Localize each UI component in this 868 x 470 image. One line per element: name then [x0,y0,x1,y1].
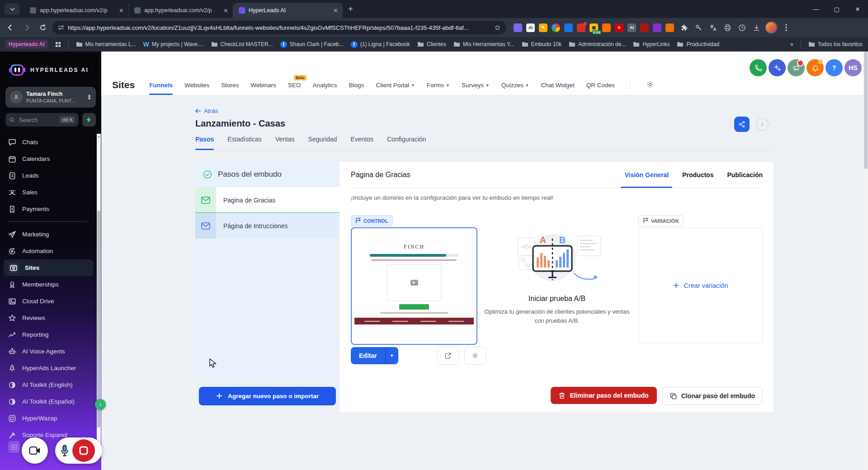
password-key-icon[interactable] [693,22,704,33]
tab-pasos[interactable]: Pasos [195,136,214,150]
tab-search-button[interactable] [5,3,20,15]
bookmark-item[interactable]: Mis Herramientas Y... [453,41,514,47]
step-settings-button[interactable] [464,347,486,365]
sidebar-item-payments[interactable]: Payments [0,201,96,217]
announcements-button[interactable] [788,59,805,76]
extension-icon[interactable]: ✎ [539,24,547,32]
tab-blogs[interactable]: Blogs [349,82,364,90]
bookmark-apps-grid-icon[interactable] [55,42,61,47]
tab-vision-general[interactable]: Visión General [624,162,669,188]
sidebar-item-sales[interactable]: Sales [0,184,96,201]
tab-forms[interactable]: Forms▼ [427,82,450,90]
info-button[interactable]: i [756,118,769,131]
tab-estadisticas[interactable]: Estadísticas [227,136,261,150]
microphone-icon[interactable] [61,445,69,456]
bookmark-star-icon[interactable] [494,24,501,31]
tab-configuracion[interactable]: Configuración [387,136,426,150]
history-icon[interactable] [736,22,748,33]
extension-icon[interactable] [665,24,674,32]
extension-icon[interactable]: AI [627,24,636,32]
sidebar-item-reporting[interactable]: Reporting [0,326,96,343]
bookmark-item[interactable]: Administración de... [569,41,626,47]
bookmark-item[interactable]: Mis herramientas L... [76,41,136,47]
tab-websites[interactable]: Websites [184,82,209,90]
extensions-puzzle-icon[interactable] [678,22,690,33]
tab-productos[interactable]: Productos [682,162,713,188]
help-button[interactable]: ? [826,59,843,76]
step-item-pagina-de-intrucciones[interactable]: Página de Intrucciones [195,213,340,239]
tab-seguridad[interactable]: Seguridad [308,136,337,150]
browser-profile-avatar[interactable] [765,21,778,34]
sidebar-item-chats[interactable]: Chats [0,134,96,150]
forward-icon[interactable] [20,21,33,34]
page-scrollbar[interactable] [863,52,868,470]
scrollbar-thumb[interactable] [864,52,868,169]
phone-button[interactable] [750,59,767,76]
browser-tab-1[interactable]: app.hyperleadsai.com/v2/previe ✕ [24,3,129,18]
bookmark-item[interactable]: Productividad [677,41,719,47]
tab-publicacion[interactable]: Publicación [727,162,763,188]
sidebar-item-ai-toolkit-english[interactable]: AI Toolkit (English) [0,376,96,393]
search-input-wrap[interactable]: ctrl K [5,113,79,127]
tab-eventos[interactable]: Eventos [350,136,373,150]
bookmark-hyperleads[interactable]: Hyperleads AI [5,40,48,49]
tab-ventas[interactable]: Ventas [275,136,295,150]
tab-webinars[interactable]: Webinars [250,82,276,90]
notifications-button[interactable] [807,59,824,76]
minimize-button[interactable]: — [806,0,826,18]
create-variation-button[interactable]: Crear variación [673,282,728,289]
all-favorites[interactable]: Todos los favoritos [808,41,863,47]
tab-quizzes[interactable]: Quizzes▼ [501,82,529,90]
sidebar-item-automation[interactable]: Automation [0,243,96,259]
extension-icon[interactable] [640,24,649,32]
control-page-preview[interactable]: FINCH ▶ [351,227,477,345]
url-bar[interactable]: https://app.hyperleadsai.com/v2/location… [52,21,506,34]
sidebar-item-hyperwazap[interactable]: HyperWazap [0,410,96,427]
sidebar-collapse-button[interactable]: ‹ [95,399,106,410]
edit-button[interactable]: Editar [351,347,385,364]
bookmark-item[interactable]: HyperLinks [633,41,670,47]
bookmark-item[interactable]: Embudo 10k [522,41,561,47]
sidebar-item-memberships[interactable]: Memberships [0,276,96,293]
tab-funnels[interactable]: Funnels [149,82,173,90]
tab-seo[interactable]: SEOBeta [288,82,301,90]
tab-qr-codes[interactable]: QR Codes [586,82,615,90]
variation-dropzone[interactable]: Crear variación [638,228,763,343]
browser-tab-2[interactable]: app.hyperleadsai.com/v2/previe ✕ [129,3,233,18]
close-button[interactable]: ✕ [847,0,868,18]
extension-icon[interactable] [653,24,661,32]
extension-icon[interactable] [602,24,611,32]
tab-close-icon[interactable]: ✕ [333,7,338,14]
download-icon[interactable] [750,22,762,33]
extension-icon[interactable]: A [615,24,623,32]
bookmarks-overflow-chevron[interactable]: » [790,41,793,47]
bookmark-item[interactable]: f (1) Ligna | Facebook [351,41,410,48]
maximize-button[interactable]: ▢ [826,0,847,18]
share-button[interactable] [734,117,750,132]
extension-icon[interactable] [564,24,573,32]
edit-dropdown-caret[interactable]: ▼ [385,347,398,364]
delete-step-button[interactable]: Eliminar paso del embudo [551,387,656,404]
bookmark-item[interactable]: CheckList MASTER... [211,41,273,47]
profile-chip[interactable]: HS [844,59,862,76]
sidebar-item-calendars[interactable]: Calendars [0,150,96,167]
open-external-button[interactable] [437,347,459,365]
camera-widget-button[interactable] [22,437,48,464]
menu-kebab-icon[interactable] [780,22,792,33]
scroll-up-icon[interactable]: ▲ [97,135,101,138]
extension-icon[interactable] [577,24,585,32]
sidebar-item-ai-toolkit-espanol[interactable]: AI Toolkit (Español) [0,393,96,410]
extension-icon[interactable]: AI [526,24,535,32]
tab-close-icon[interactable]: ✕ [119,7,124,14]
tab-surveys[interactable]: Surveys▼ [462,82,490,90]
site-settings-icon[interactable] [58,24,64,31]
tab-close-icon[interactable]: ✕ [223,7,228,14]
browser-tab-active[interactable]: HyperLeads AI ✕ [233,3,343,18]
tab-stores[interactable]: Stores [221,82,239,90]
add-step-button[interactable]: Agregar nuevo paso o importar [199,387,336,405]
tab-chat-widget[interactable]: Chat Widget [541,82,574,90]
tab-client-portal[interactable]: Client Portal▼ [376,82,415,90]
quick-actions-button[interactable] [82,113,96,127]
account-switcher[interactable]: Tamara Finch PUNTA CANA, PUNT... ▲▼ [5,87,96,108]
print-icon[interactable] [722,22,733,33]
